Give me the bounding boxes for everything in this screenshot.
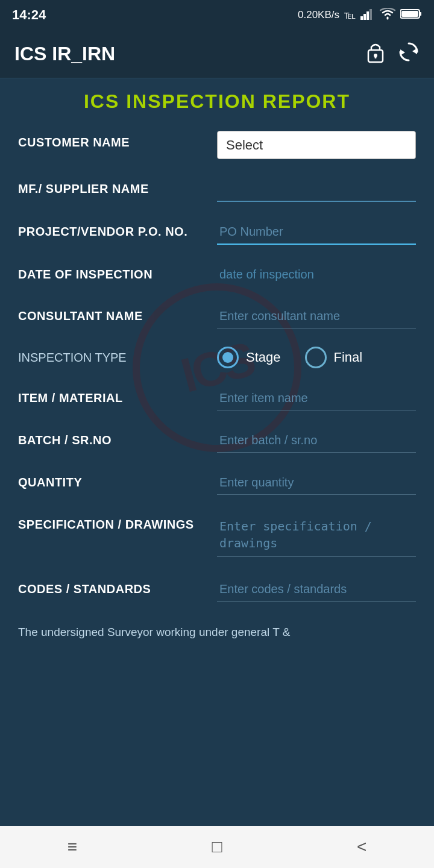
page-title: ICS INSPECTION REPORT xyxy=(18,90,416,113)
radio-stage[interactable]: Stage xyxy=(217,347,281,368)
codes-standards-input[interactable] xyxy=(217,577,416,602)
consultant-name-label: CONSULTANT NAME xyxy=(18,304,217,323)
codes-standards-label: CODES / STANDARDS xyxy=(18,577,217,596)
quantity-label: QUANTITY xyxy=(18,471,217,489)
inspection-type-label: INSPECTION TYPE xyxy=(18,351,217,365)
date-inspection-label: DATE OF INSPECTION xyxy=(18,263,217,281)
item-material-label: ITEM / MATERIAL xyxy=(18,386,217,405)
svg-rect-1 xyxy=(363,14,366,20)
app-title: ICS IR_IRN xyxy=(14,43,115,65)
status-bar: 14:24 0.20KB/s ℡ xyxy=(0,0,434,30)
radio-final-label: Final xyxy=(334,350,363,365)
codes-standards-row: CODES / STANDARDS xyxy=(18,577,416,602)
bluetooth-icon: ℡ xyxy=(344,8,356,22)
date-inspection-row: DATE OF INSPECTION date of inspection xyxy=(18,263,416,286)
project-vendor-input-wrapper xyxy=(217,220,416,245)
inspection-type-radio-group: Stage Final xyxy=(217,347,362,368)
item-material-input[interactable] xyxy=(217,386,416,410)
app-bar-actions xyxy=(365,40,420,68)
radio-stage-circle[interactable] xyxy=(217,347,239,368)
specification-row: SPECIFICATION / DRAWINGS xyxy=(18,513,416,559)
date-inspection-display[interactable]: date of inspection xyxy=(217,263,416,286)
item-material-row: ITEM / MATERIAL xyxy=(18,386,416,410)
nav-home-icon[interactable]: □ xyxy=(212,837,222,857)
status-time: 14:24 xyxy=(12,7,46,23)
svg-rect-2 xyxy=(366,11,369,20)
customer-name-label: CUSTOMER NAME xyxy=(18,131,217,149)
consultant-name-input[interactable] xyxy=(217,304,416,329)
battery-icon xyxy=(400,8,422,23)
supplier-name-input[interactable] xyxy=(217,177,416,202)
svg-rect-9 xyxy=(375,55,377,58)
batch-srno-row: BATCH / SR.NO xyxy=(18,429,416,453)
status-icons: 0.20KB/s ℡ xyxy=(298,8,422,23)
nav-menu-icon[interactable]: ≡ xyxy=(68,837,77,857)
quantity-row: QUANTITY xyxy=(18,471,416,495)
app-bar: ICS IR_IRN xyxy=(0,30,434,78)
lock-icon[interactable] xyxy=(365,40,386,68)
nav-back-icon[interactable]: < xyxy=(357,837,366,857)
quantity-input[interactable] xyxy=(217,471,416,495)
main-content: ICS ICS INSPECTION REPORT CUSTOMER NAME … xyxy=(0,78,434,657)
svg-rect-5 xyxy=(420,12,421,16)
radio-final-circle[interactable] xyxy=(305,347,327,368)
supplier-name-label: MF./ SUPPLIER NAME xyxy=(18,177,217,196)
consultant-name-row: CONSULTANT NAME xyxy=(18,304,416,329)
customer-name-row: CUSTOMER NAME Select xyxy=(18,131,416,159)
signal-icon xyxy=(360,8,375,23)
batch-srno-input[interactable] xyxy=(217,429,416,453)
item-material-input-wrapper xyxy=(217,386,416,410)
bottom-text: The undersigned Surveyor working under g… xyxy=(18,620,416,645)
project-vendor-input[interactable] xyxy=(217,220,416,245)
project-vendor-row: PROJECT/VENDOR P.O. NO. xyxy=(18,220,416,245)
svg-rect-3 xyxy=(370,9,372,20)
quantity-input-wrapper xyxy=(217,471,416,495)
nav-bar: ≡ □ < xyxy=(0,826,434,868)
specification-label: SPECIFICATION / DRAWINGS xyxy=(18,513,217,532)
network-speed: 0.20KB/s xyxy=(298,9,339,21)
customer-name-select[interactable]: Select xyxy=(217,131,416,159)
codes-standards-input-wrapper xyxy=(217,577,416,602)
svg-marker-10 xyxy=(412,48,417,54)
supplier-name-input-wrapper xyxy=(217,177,416,202)
svg-marker-11 xyxy=(400,49,405,55)
inspection-type-row: INSPECTION TYPE Stage Final xyxy=(18,347,416,368)
wifi-icon xyxy=(380,8,395,23)
customer-name-input-wrapper: Select xyxy=(217,131,416,159)
svg-rect-0 xyxy=(360,16,363,20)
radio-final[interactable]: Final xyxy=(305,347,363,368)
radio-stage-label: Stage xyxy=(246,350,281,365)
batch-srno-input-wrapper xyxy=(217,429,416,453)
specification-input-wrapper xyxy=(217,513,416,559)
project-vendor-label: PROJECT/VENDOR P.O. NO. xyxy=(18,220,217,239)
batch-srno-label: BATCH / SR.NO xyxy=(18,429,217,447)
refresh-icon[interactable] xyxy=(398,41,420,67)
svg-rect-6 xyxy=(401,11,418,17)
supplier-name-row: MF./ SUPPLIER NAME xyxy=(18,177,416,202)
consultant-name-input-wrapper xyxy=(217,304,416,329)
date-inspection-input-wrapper: date of inspection xyxy=(217,263,416,286)
specification-input[interactable] xyxy=(217,513,416,557)
